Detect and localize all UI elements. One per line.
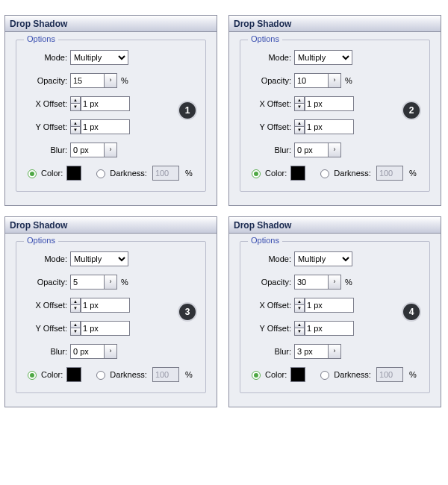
- panel-number-badge: 1: [178, 101, 197, 120]
- color-label: Color:: [41, 169, 63, 178]
- darkness-input: [377, 166, 402, 180]
- mode-select[interactable]: Multiply: [294, 50, 352, 65]
- opacity-stepper[interactable]: ›: [104, 275, 117, 290]
- yoffset-input[interactable]: [81, 322, 111, 335]
- xoffset-input-box: [305, 298, 354, 313]
- yoffset-step-down[interactable]: ▼: [70, 328, 81, 336]
- yoffset-stepper[interactable]: ▲ ▼: [70, 321, 81, 336]
- opacity-stepper[interactable]: ›: [328, 73, 341, 88]
- color-label: Color:: [265, 370, 287, 379]
- xoffset-step-down[interactable]: ▼: [294, 104, 305, 111]
- blur-input[interactable]: [71, 345, 104, 358]
- darkness-input-box: [152, 367, 179, 382]
- xoffset-step-down[interactable]: ▼: [70, 104, 81, 111]
- yoffset-step-down[interactable]: ▼: [294, 127, 305, 134]
- yoffset-input-box: [81, 119, 130, 134]
- opacity-input[interactable]: [71, 74, 104, 87]
- blur-stepper[interactable]: ›: [104, 143, 117, 157]
- blur-input[interactable]: [295, 345, 328, 358]
- xoffset-step-down[interactable]: ▼: [70, 305, 81, 313]
- blur-stepper[interactable]: ›: [328, 344, 341, 359]
- xoffset-input[interactable]: [81, 97, 111, 110]
- color-label: Color:: [41, 370, 63, 379]
- color-swatch[interactable]: [66, 166, 81, 181]
- blur-stepper[interactable]: ›: [328, 143, 341, 157]
- yoffset-stepper[interactable]: ▲ ▼: [294, 321, 305, 336]
- darkness-input: [153, 368, 178, 381]
- opacity-stepper[interactable]: ›: [104, 73, 117, 88]
- darkness-label: Darkness:: [110, 370, 147, 379]
- mode-label: Mode:: [24, 53, 67, 62]
- yoffset-input[interactable]: [305, 322, 335, 335]
- darkness-input-box: [376, 367, 403, 382]
- xoffset-stepper[interactable]: ▲ ▼: [70, 298, 81, 313]
- yoffset-step-down[interactable]: ▼: [70, 127, 81, 134]
- yoffset-input-box: [81, 321, 130, 336]
- xoffset-step-up[interactable]: ▲: [70, 298, 81, 305]
- blur-stepper[interactable]: ›: [104, 344, 117, 359]
- darkness-radio[interactable]: [96, 371, 105, 380]
- options-fieldset: Options Mode: Multiply Opacity: › %: [240, 241, 430, 393]
- xoffset-step-up[interactable]: ▲: [294, 298, 305, 305]
- xoffset-input[interactable]: [305, 298, 335, 312]
- yoffset-step-up[interactable]: ▲: [70, 321, 81, 328]
- yoffset-step-up[interactable]: ▲: [294, 321, 305, 328]
- options-fieldset: Options Mode: Multiply Opacity: › %: [240, 40, 430, 192]
- panel-title: Drop Shadow: [229, 16, 441, 32]
- xoffset-label: X Offset:: [248, 301, 291, 310]
- yoffset-step-up[interactable]: ▲: [70, 119, 81, 127]
- opacity-input[interactable]: [295, 74, 328, 87]
- yoffset-stepper[interactable]: ▲ ▼: [70, 119, 81, 134]
- blur-input-box: [70, 143, 105, 157]
- panel-number-badge: 3: [178, 302, 197, 322]
- darkness-radio[interactable]: [96, 169, 105, 178]
- darkness-label: Darkness:: [334, 169, 371, 178]
- yoffset-step-up[interactable]: ▲: [294, 119, 305, 127]
- xoffset-stepper[interactable]: ▲ ▼: [294, 96, 305, 111]
- options-fieldset: Options Mode: Multiply Opacity: › %: [16, 241, 206, 393]
- opacity-input[interactable]: [71, 275, 104, 289]
- xoffset-stepper[interactable]: ▲ ▼: [70, 96, 81, 111]
- yoffset-input[interactable]: [81, 120, 111, 134]
- mode-select[interactable]: Multiply: [294, 251, 352, 266]
- xoffset-input-box: [81, 298, 130, 313]
- color-radio[interactable]: [252, 371, 261, 380]
- opacity-input[interactable]: [295, 275, 328, 289]
- drop-shadow-panel: Drop Shadow Options Mode: Multiply Opaci…: [4, 216, 217, 407]
- opacity-input-box: [294, 275, 329, 290]
- options-legend: Options: [248, 34, 282, 43]
- opacity-stepper[interactable]: ›: [328, 275, 341, 290]
- options-legend: Options: [248, 236, 282, 245]
- yoffset-stepper[interactable]: ▲ ▼: [294, 119, 305, 134]
- color-swatch[interactable]: [290, 367, 305, 382]
- xoffset-step-down[interactable]: ▼: [294, 305, 305, 313]
- blur-input[interactable]: [295, 143, 328, 157]
- color-radio[interactable]: [252, 169, 261, 178]
- yoffset-step-down[interactable]: ▼: [294, 328, 305, 336]
- yoffset-input[interactable]: [305, 120, 335, 134]
- drop-shadow-panel: Drop Shadow Options Mode: Multiply Opaci…: [4, 15, 217, 206]
- color-radio[interactable]: [28, 169, 37, 178]
- options-legend: Options: [24, 236, 58, 245]
- opacity-label: Opacity:: [24, 76, 67, 85]
- opacity-input-box: [70, 275, 105, 290]
- yoffset-label: Y Offset:: [24, 324, 67, 333]
- mode-select[interactable]: Multiply: [70, 50, 128, 65]
- panel-title: Drop Shadow: [5, 217, 217, 234]
- darkness-radio[interactable]: [320, 169, 329, 178]
- xoffset-input[interactable]: [81, 298, 111, 312]
- color-swatch[interactable]: [290, 166, 305, 181]
- blur-input[interactable]: [71, 143, 104, 157]
- color-swatch[interactable]: [66, 367, 81, 382]
- xoffset-step-up[interactable]: ▲: [70, 96, 81, 104]
- xoffset-stepper[interactable]: ▲ ▼: [294, 298, 305, 313]
- opacity-label: Opacity:: [248, 278, 291, 287]
- darkness-radio[interactable]: [320, 371, 329, 380]
- blur-label: Blur:: [248, 347, 291, 356]
- mode-select[interactable]: Multiply: [70, 251, 128, 266]
- xoffset-input[interactable]: [305, 97, 335, 110]
- panel-number-badge: 4: [402, 302, 421, 322]
- color-radio[interactable]: [28, 371, 37, 380]
- yoffset-label: Y Offset:: [248, 122, 291, 131]
- xoffset-step-up[interactable]: ▲: [294, 96, 305, 104]
